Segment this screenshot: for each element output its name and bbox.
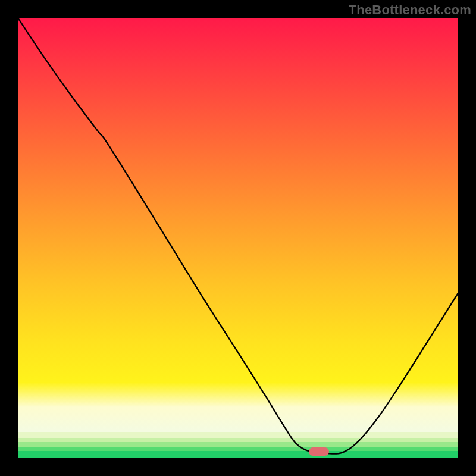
optimum-marker — [309, 447, 329, 456]
bottleneck-curve — [18, 18, 458, 458]
watermark-text: TheBottleneck.com — [349, 2, 471, 18]
chart-frame: TheBottleneck.com — [0, 0, 476, 476]
plot-area — [18, 18, 458, 458]
